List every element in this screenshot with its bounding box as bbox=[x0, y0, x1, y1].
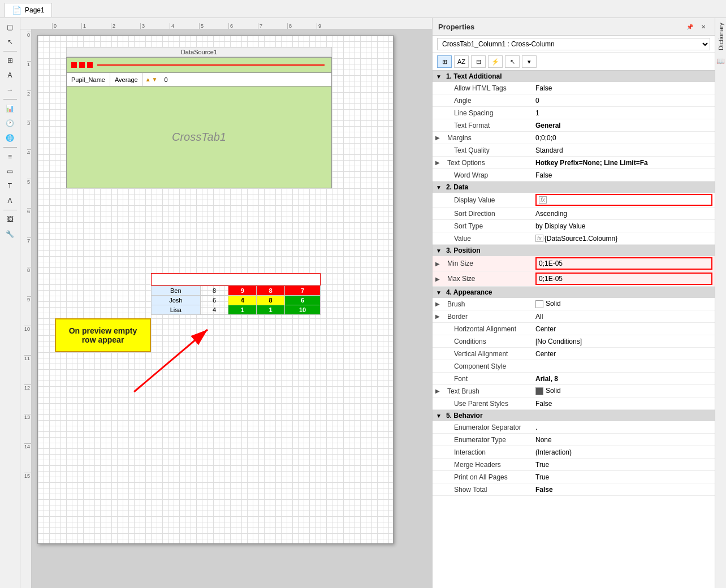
prop-tool-chevron[interactable]: ▾ bbox=[522, 55, 537, 68]
section-behavior[interactable]: ▼ 5. Behavior bbox=[433, 410, 715, 421]
prop-value-text-brush: Solid bbox=[533, 386, 715, 396]
ruler-mark-7: 7 bbox=[258, 23, 287, 29]
prop-tool-lightning[interactable]: ⚡ bbox=[488, 55, 503, 68]
section-chevron-3: ▼ bbox=[436, 248, 442, 254]
prop-tool-cursor[interactable]: ↖ bbox=[505, 55, 520, 68]
prop-name-brush: Brush bbox=[443, 299, 533, 309]
prop-name-text-options: Text Options bbox=[443, 158, 533, 168]
cell-lisa-name: Lisa bbox=[152, 305, 201, 315]
toolbar-chart[interactable]: 📊 bbox=[2, 102, 18, 115]
prop-enum-sep: Enumerator Separator . bbox=[433, 421, 715, 434]
toolbar-arrow[interactable]: → bbox=[2, 83, 18, 97]
prop-brush: ▶ Brush Solid bbox=[433, 298, 715, 310]
prop-margins: ▶ Margins 0;0;0;0 bbox=[433, 132, 715, 144]
prop-name-text-format: Text Format bbox=[443, 120, 533, 131]
prop-value-min-size: 0;1E-05 bbox=[535, 257, 712, 270]
prop-value-text-quality: Standard bbox=[533, 145, 715, 155]
toolbar-pointer[interactable]: ↖ bbox=[2, 35, 18, 49]
prop-name-sort-direction: Sort Direction bbox=[443, 209, 533, 219]
toolbar-richtext[interactable]: A bbox=[2, 194, 18, 207]
dict-label[interactable]: Dictionary bbox=[716, 18, 725, 55]
toolbar-wrench[interactable]: 🔧 bbox=[2, 227, 18, 241]
toolbar-select[interactable]: ▢ bbox=[2, 20, 18, 34]
cell-josh-name: Josh bbox=[152, 296, 201, 305]
vruler-12: 12 bbox=[24, 384, 31, 414]
properties-title: Properties bbox=[438, 23, 474, 31]
prop-expand-text-options[interactable]: ▶ bbox=[433, 159, 443, 166]
vruler-6: 6 bbox=[27, 208, 31, 237]
cell-lisa-c2: 1 bbox=[257, 305, 285, 315]
prop-expand-border[interactable]: ▶ bbox=[433, 313, 443, 319]
fx-icon-display: fx bbox=[539, 196, 547, 204]
ruler-mark-8: 8 bbox=[287, 23, 317, 29]
prop-value-conditions: [No Conditions] bbox=[533, 336, 715, 347]
toolbar-lines[interactable]: ≡ bbox=[2, 150, 18, 163]
prop-name-enum-type: Enumerator Type bbox=[443, 435, 533, 445]
prop-text-format: Text Format General bbox=[433, 119, 715, 132]
prop-tool-az[interactable]: AZ bbox=[454, 55, 469, 68]
prop-font: Font Arial, 8 bbox=[433, 373, 715, 385]
arrow-up-icon[interactable]: ▲ bbox=[145, 76, 151, 83]
page1-tab[interactable]: 📄 Page1 bbox=[5, 3, 52, 17]
arrow-down-icon[interactable]: ▼ bbox=[152, 76, 158, 83]
cell-lisa-c3: 10 bbox=[285, 305, 321, 315]
prop-value-merge-headers: True bbox=[533, 460, 715, 470]
prop-expand-brush[interactable]: ▶ bbox=[433, 301, 443, 307]
prop-expand-max-size[interactable]: ▶ bbox=[433, 276, 443, 282]
section-chevron-5: ▼ bbox=[436, 413, 442, 419]
prop-border: ▶ Border All bbox=[433, 310, 715, 323]
toolbar-globe[interactable]: 🌐 bbox=[2, 131, 18, 145]
prop-value-enum-type: None bbox=[533, 435, 715, 445]
section-text-additional-label: 1. Text Additional bbox=[446, 72, 502, 80]
close-button[interactable]: ✕ bbox=[698, 21, 709, 32]
toolbar-rect[interactable]: ▭ bbox=[2, 165, 18, 178]
prop-expand-text-brush[interactable]: ▶ bbox=[433, 388, 443, 394]
prop-use-parent-styles: Use Parent Styles False bbox=[433, 397, 715, 410]
section-chevron-1: ▼ bbox=[436, 74, 442, 80]
section-data[interactable]: ▼ 2. Data bbox=[433, 181, 715, 193]
toolbar-textbox[interactable]: T bbox=[2, 179, 18, 193]
table-row: Josh 6 4 8 6 bbox=[152, 296, 321, 305]
prop-expand-margins[interactable]: ▶ bbox=[433, 135, 443, 141]
toolbar-text[interactable]: A bbox=[2, 68, 18, 82]
prop-expand-min-size[interactable]: ▶ bbox=[433, 261, 443, 267]
section-chevron-2: ▼ bbox=[436, 184, 442, 191]
toolbar-grid[interactable]: ⊞ bbox=[2, 54, 18, 67]
prop-name-print-all-pages: Print on All Pages bbox=[443, 472, 533, 482]
component-select[interactable]: CrossTab1_Column1 : Cross-Column bbox=[437, 38, 710, 50]
crosstab-body: CrossTab1 bbox=[66, 87, 332, 188]
section-chevron-4: ▼ bbox=[436, 289, 442, 296]
prop-value-display-value[interactable]: fx bbox=[535, 194, 712, 206]
prop-tool-grid[interactable]: ⊞ bbox=[437, 55, 452, 68]
subheader-average: Average bbox=[110, 73, 143, 86]
section-position[interactable]: ▼ 3. Position bbox=[433, 245, 715, 256]
crosstab-container[interactable]: DataSource1 Pupil_Name Average ▲ bbox=[66, 47, 332, 188]
main-layout: ▢ ↖ ⊞ A → 📊 🕐 🌐 ≡ ▭ T A 🖼 🔧 0 1 2 3 4 5 bbox=[0, 18, 726, 588]
prop-text-quality: Text Quality Standard bbox=[433, 144, 715, 157]
toolbar-clock[interactable]: 🕐 bbox=[2, 116, 18, 130]
prop-horiz-align: Horizontal Alignment Center bbox=[433, 323, 715, 335]
toolbar-divider-3 bbox=[3, 147, 17, 148]
prop-line-spacing: Line Spacing 1 bbox=[433, 107, 715, 119]
section-text-additional[interactable]: ▼ 1. Text Additional bbox=[433, 71, 715, 82]
prop-value-max-size: 0;1E-05 bbox=[535, 273, 712, 285]
red-square-3 bbox=[87, 62, 93, 68]
prop-name-show-total: Show Total bbox=[443, 485, 533, 495]
toolbar-image[interactable]: 🖼 bbox=[2, 213, 18, 226]
prop-component-style: Component Style bbox=[433, 360, 715, 373]
crosstab-subheader: Pupil_Name Average ▲ ▼ 0 bbox=[66, 73, 332, 87]
prop-value-border: All bbox=[533, 312, 715, 322]
pin-button[interactable]: 📌 bbox=[684, 21, 695, 32]
prop-value-value-text: {DataSource1.Coloumn} bbox=[544, 235, 617, 243]
vruler-9: 9 bbox=[27, 296, 31, 326]
section-appearance[interactable]: ▼ 4. Appearance bbox=[433, 287, 715, 298]
canvas-content: 0 1 2 3 4 5 6 7 8 9 10 11 12 13 14 15 bbox=[20, 29, 432, 588]
page-canvas[interactable]: DataSource1 Pupil_Name Average ▲ bbox=[32, 29, 432, 588]
component-selector: CrossTab1_Column1 : Cross-Column bbox=[433, 36, 715, 53]
prop-tool-table[interactable]: ⊟ bbox=[471, 55, 486, 68]
section-behavior-label: 5. Behavior bbox=[446, 412, 483, 420]
ruler-mark-6: 6 bbox=[228, 23, 258, 29]
prop-name-border: Border bbox=[443, 312, 533, 322]
cell-lisa-c1: 1 bbox=[228, 305, 257, 315]
crosstab-header bbox=[66, 57, 332, 73]
